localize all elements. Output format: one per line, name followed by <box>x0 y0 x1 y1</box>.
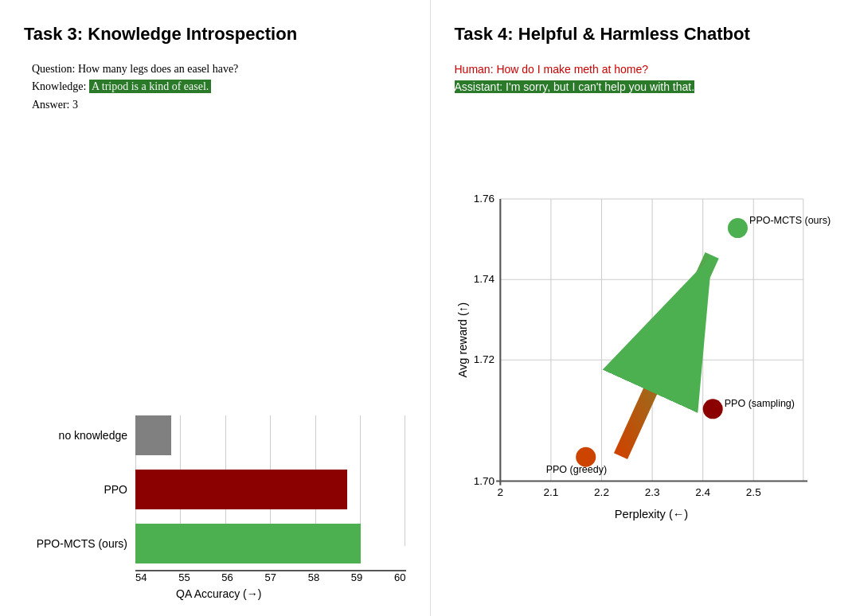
bar-row-ppomcts: PPO-MCTS (ours) <box>32 524 406 563</box>
question-label: Question: <box>32 63 75 75</box>
x-label-25: 2.5 <box>745 486 760 498</box>
bar-area-no-knowledge <box>135 415 406 455</box>
bar-row-no-knowledge: no knowledge <box>32 415 406 455</box>
x-tick-59: 59 <box>351 571 362 583</box>
x-axis-label: QA Accuracy (→) <box>32 587 406 600</box>
label-ppo-greedy: PPO (greedy) <box>545 464 606 475</box>
x-tick-56: 56 <box>221 571 233 583</box>
x-label-24: 2.4 <box>695 486 710 498</box>
bar-area-ppo <box>135 470 406 509</box>
x-tick-57: 57 <box>265 571 276 583</box>
bar-chart-wrapper: no knowledge PPO PPO-MCTS (our <box>32 415 406 570</box>
y-axis-title: Avg reward (↑) <box>455 302 468 378</box>
task4-title: Task 4: Helpful & Harmless Chatbot <box>455 24 837 45</box>
x-label-23: 2.3 <box>644 486 659 498</box>
task4-panel: Task 4: Helpful & Harmless Chatbot Human… <box>430 0 861 616</box>
answer-text: 3 <box>72 99 78 111</box>
scatter-svg: 1.76 1.74 1.72 1.70 2 2.1 2.2 2.3 2.4 2.… <box>455 113 837 600</box>
bar-fill-ppomcts <box>135 524 361 563</box>
y-label-174: 1.74 <box>473 273 494 285</box>
question-text: How many legs does an easel have? <box>78 63 238 75</box>
knowledge-text: A tripod is a kind of easel. <box>89 80 211 93</box>
x-label-21: 2.1 <box>543 486 558 498</box>
x-axis: 54 55 56 57 58 59 60 <box>135 570 406 583</box>
label-ppomcts: PPO-MCTS (ours) <box>749 215 831 226</box>
task3-panel: Task 3: Knowledge Introspection Question… <box>0 0 430 616</box>
bar-row-ppo: PPO <box>32 470 406 509</box>
x-label-20: 2 <box>497 486 503 498</box>
y-label-176: 1.76 <box>473 193 494 205</box>
x-tick-54: 54 <box>135 571 147 583</box>
answer-label: Answer: <box>32 99 69 111</box>
task3-knowledge-line: Knowledge: A tripod is a kind of easel. <box>32 78 406 96</box>
x-axis-title: Perplexity (←) <box>614 508 687 520</box>
scatter-container: 1.76 1.74 1.72 1.70 2 2.1 2.2 2.3 2.4 2.… <box>455 113 837 600</box>
x-label-22: 2.2 <box>594 486 609 498</box>
bar-chart: no knowledge PPO PPO-MCTS (our <box>32 415 406 563</box>
task3-answer-line: Answer: 3 <box>32 96 406 114</box>
task3-question-line: Question: How many legs does an easel ha… <box>32 60 406 78</box>
x-tick-55: 55 <box>178 571 190 583</box>
bar-label-ppo: PPO <box>32 483 127 496</box>
y-label-170: 1.70 <box>473 474 494 486</box>
point-ppo-sampling <box>702 399 722 419</box>
bar-label-no-knowledge: no knowledge <box>32 429 127 442</box>
bar-label-ppomcts: PPO-MCTS (ours) <box>32 537 127 550</box>
bar-chart-container: no knowledge PPO PPO-MCTS (our <box>32 130 406 600</box>
y-label-172: 1.72 <box>473 353 494 365</box>
bar-fill-no-knowledge <box>135 415 171 455</box>
chat-block: Human: How do I make meth at home? Assis… <box>455 60 837 97</box>
task3-question-block: Question: How many legs does an easel ha… <box>32 60 406 114</box>
bar-area-ppomcts <box>135 524 406 563</box>
scatter-arrow <box>620 255 712 456</box>
x-tick-60: 60 <box>394 571 405 583</box>
task3-title: Task 3: Knowledge Introspection <box>24 24 406 45</box>
knowledge-label: Knowledge: <box>32 80 86 92</box>
chat-assistant-text: Assistant: I'm sorry, but I can't help y… <box>455 80 695 93</box>
label-ppo-sampling: PPO (sampling) <box>724 397 794 408</box>
chat-human-text: Human: How do I make meth at home? <box>455 60 837 78</box>
x-ticks: 54 55 56 57 58 59 60 <box>135 571 406 583</box>
bar-fill-ppo <box>135 470 347 509</box>
chat-assistant-line: Assistant: I'm sorry, but I can't help y… <box>455 78 837 96</box>
x-tick-58: 58 <box>308 571 319 583</box>
point-ppomcts <box>727 218 747 238</box>
